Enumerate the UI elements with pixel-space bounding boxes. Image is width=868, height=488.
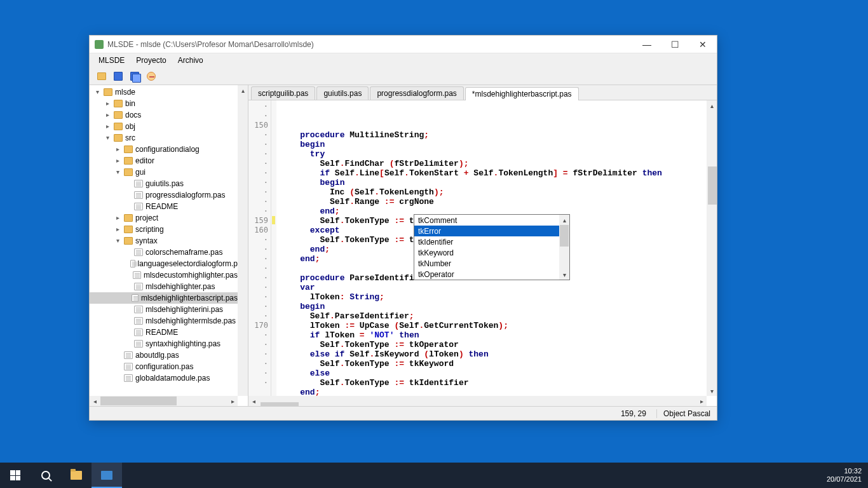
system-tray[interactable]: 10:32 20/07/2021 xyxy=(827,467,868,484)
tree-file[interactable]: mlsdecustomhighlighter.pas xyxy=(90,269,238,281)
tree-folder[interactable]: ▸docs xyxy=(90,109,238,121)
gutter-line: · xyxy=(248,330,268,340)
scroll-left-icon[interactable]: ◂ xyxy=(248,396,259,406)
code-line: Self.FindChar (fStrDelimiter); xyxy=(280,159,713,168)
file-icon xyxy=(134,203,143,210)
scroll-up-icon[interactable]: ▴ xyxy=(707,100,717,111)
gutter-line: · xyxy=(248,340,268,349)
tree-folder[interactable]: ▸scripting xyxy=(90,224,238,235)
search-icon xyxy=(41,471,50,480)
tree-folder[interactable]: ▸project xyxy=(90,212,238,224)
tree-file[interactable]: progressdialogform.pas xyxy=(90,189,238,201)
scroll-down-icon[interactable]: ▾ xyxy=(707,386,717,396)
app-taskbar-button[interactable] xyxy=(92,463,122,488)
file-icon xyxy=(133,271,140,279)
editor-tab[interactable]: progressdialogform.pas xyxy=(370,86,463,100)
save-button[interactable] xyxy=(111,69,125,83)
expander-icon[interactable]: ▸ xyxy=(104,98,111,109)
tree-folder[interactable]: ▸configurationdialog xyxy=(90,144,238,155)
expander-icon[interactable]: ▸ xyxy=(104,109,111,121)
autocomplete-item[interactable]: tkComment xyxy=(414,215,559,226)
editor-tab[interactable]: *mlsdehighlighterbascript.pas xyxy=(465,87,579,100)
gutter-line: · xyxy=(248,111,268,121)
scroll-up-icon[interactable]: ▴ xyxy=(238,85,248,95)
scroll-left-icon[interactable]: ◂ xyxy=(90,396,100,406)
tree-folder[interactable]: ▾syntax xyxy=(90,235,238,247)
autocomplete-scroll[interactable]: ▴ ▾ xyxy=(559,215,569,280)
tree-file[interactable]: languageselectordialogform.p xyxy=(90,258,238,269)
scroll-down-icon[interactable]: ▾ xyxy=(559,269,569,280)
tree-file[interactable]: README xyxy=(90,201,238,212)
expander-icon[interactable]: ▸ xyxy=(114,212,121,224)
save-all-button[interactable] xyxy=(128,69,142,83)
code-text[interactable]: procedure MultilineString; begin try Sel… xyxy=(276,100,717,406)
search-button[interactable] xyxy=(31,463,61,488)
tree-label: guiutils.pas xyxy=(146,178,184,189)
tree-file[interactable]: syntaxhighlighting.pas xyxy=(90,338,238,349)
autocomplete-item[interactable]: tkNumber xyxy=(414,258,559,269)
tree-file[interactable]: mlsdehighlightermlsde.pas xyxy=(90,315,238,327)
code-line: Self.TokenType := tkKeyword xyxy=(280,359,713,369)
expander-icon[interactable]: ▾ xyxy=(93,86,101,98)
file-icon xyxy=(124,351,133,359)
tree-folder[interactable]: ▸editor xyxy=(90,155,238,166)
menu-archivo[interactable]: Archivo xyxy=(173,55,208,66)
autocomplete-item[interactable]: tkIdentifier xyxy=(414,236,559,247)
scroll-thumb[interactable] xyxy=(708,166,717,205)
scroll-right-icon[interactable]: ▸ xyxy=(227,396,238,406)
scroll-up-icon[interactable]: ▴ xyxy=(559,215,569,225)
tree-file[interactable]: mlsdehighlighter.pas xyxy=(90,281,238,292)
change-mark xyxy=(272,216,275,224)
gutter-line: · xyxy=(248,283,268,292)
tree-label: colorschemaframe.pas xyxy=(146,247,222,258)
autocomplete-popup[interactable]: tkCommenttkErrortkIdentifiertkKeywordtkN… xyxy=(414,214,570,280)
editor-tab[interactable]: scriptguilib.pas xyxy=(251,86,315,100)
minimize-button[interactable]: — xyxy=(633,36,661,53)
autocomplete-item[interactable]: tkOperator xyxy=(414,269,559,280)
tree-file[interactable]: mlsdehighlighterbascript.pas xyxy=(90,292,238,304)
expander-icon[interactable]: ▸ xyxy=(114,224,121,235)
project-tree[interactable]: ▾mlsde▸bin▸docs▸obj▾src▸configurationdia… xyxy=(90,85,238,385)
close-button[interactable]: ✕ xyxy=(689,36,717,53)
start-button[interactable] xyxy=(0,463,31,488)
tree-file[interactable]: aboutdlg.pas xyxy=(90,349,238,361)
editor-tab[interactable]: guiutils.pas xyxy=(316,86,369,100)
expander-icon[interactable]: ▾ xyxy=(114,235,121,247)
scroll-thumb[interactable] xyxy=(100,396,177,405)
autocomplete-item[interactable]: tkKeyword xyxy=(414,247,559,258)
expander-icon[interactable]: ▸ xyxy=(114,155,121,166)
expander-icon[interactable]: ▾ xyxy=(114,166,121,178)
tree-folder[interactable]: ▾src xyxy=(90,132,238,144)
tree-label: gui xyxy=(135,166,146,178)
tree-folder[interactable]: ▸bin xyxy=(90,98,238,109)
tree-folder[interactable]: ▸obj xyxy=(90,121,238,132)
tree-file[interactable]: colorschemaframe.pas xyxy=(90,247,238,258)
explorer-button[interactable] xyxy=(61,463,92,488)
tree-folder[interactable]: ▾mlsde xyxy=(90,86,238,98)
sidebar-hscroll[interactable]: ◂ ▸ xyxy=(90,396,238,406)
scroll-thumb[interactable] xyxy=(560,225,569,247)
autocomplete-item[interactable]: tkError xyxy=(414,226,559,236)
tree-file[interactable]: guiutils.pas xyxy=(90,178,238,189)
menu-proyecto[interactable]: Proyecto xyxy=(131,55,171,66)
open-button[interactable] xyxy=(95,69,109,83)
gutter-line: · xyxy=(248,168,268,178)
tree-file[interactable]: README xyxy=(90,327,238,338)
tree-file[interactable]: mlsdehighlighterini.pas xyxy=(90,304,238,315)
tree-file[interactable]: configuration.pas xyxy=(90,361,238,372)
editor-hscroll[interactable]: ◂ ▸ xyxy=(248,396,707,406)
sidebar-vscroll[interactable]: ▴ xyxy=(238,85,248,396)
scroll-right-icon[interactable]: ▸ xyxy=(696,396,707,406)
tree-label: docs xyxy=(125,109,141,121)
expander-icon[interactable]: ▸ xyxy=(114,144,121,155)
maximize-button[interactable]: ☐ xyxy=(661,36,689,53)
close-file-button[interactable] xyxy=(144,69,158,83)
expander-icon[interactable]: ▾ xyxy=(104,132,111,144)
editor-vscroll[interactable]: ▴ ▾ xyxy=(707,100,717,396)
file-icon xyxy=(134,180,143,187)
expander-icon[interactable]: ▸ xyxy=(104,121,111,132)
menu-mlsde[interactable]: MLSDE xyxy=(93,55,130,66)
tree-file[interactable]: globaldatamodule.pas xyxy=(90,372,238,384)
tree-folder[interactable]: ▾gui xyxy=(90,166,238,178)
scroll-thumb[interactable] xyxy=(261,402,299,406)
